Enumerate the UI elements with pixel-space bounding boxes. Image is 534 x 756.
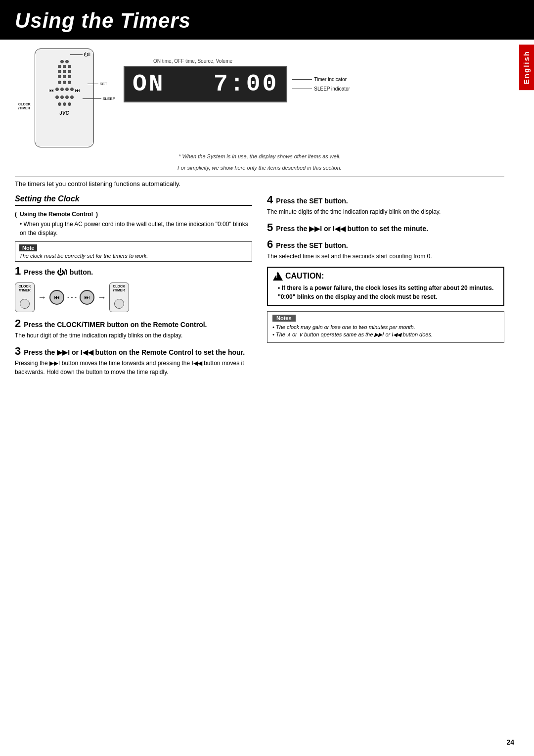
seq-prev-btn: ⏮ xyxy=(49,290,64,305)
sleep-label: SLEEP xyxy=(102,96,115,101)
seq-next-btn: ⏭ xyxy=(80,290,94,305)
two-column-layout: Setting the Clock ( Using the Remote Con… xyxy=(15,194,504,382)
seq-remote-2-label: CLOCK/TIMER xyxy=(113,284,125,292)
bullet-1: When you plug the AC power cord into the… xyxy=(20,220,252,237)
step-5: 5 Press the ▶▶I or I◀◀ button to set the… xyxy=(267,222,504,233)
step-4-body: The minute digits of the time indication… xyxy=(267,207,504,216)
step-6-body: The selected time is set and the seconds… xyxy=(267,252,504,261)
subheading-text: Using the Remote Control xyxy=(20,211,93,218)
step-6-num: 6 xyxy=(267,239,273,250)
seq-dots: - - - xyxy=(67,294,77,301)
right-column: 4 Press the SET button. The minute digit… xyxy=(267,194,504,382)
step-4: 4 Press the SET button. The minute digit… xyxy=(267,194,504,216)
display-panel: ON time, OFF time, Source, Volume ON 7:0… xyxy=(124,58,504,102)
step-3-text: Press the ▶▶I or I◀◀ button on the Remot… xyxy=(24,348,245,356)
seq-arrow-2: → xyxy=(97,292,106,303)
main-divider xyxy=(15,177,504,177)
on-display: ON xyxy=(133,71,165,97)
step-4-num: 4 xyxy=(267,194,273,205)
step-5-heading: 5 Press the ▶▶I or I◀◀ button to set the… xyxy=(267,222,504,233)
step-6-heading: 6 Press the SET button. xyxy=(267,239,504,250)
caution-label: CAUTION: xyxy=(285,272,324,281)
note-1: The clock may gain or lose one to two mi… xyxy=(272,324,499,330)
jvc-logo: JVC xyxy=(59,110,69,116)
caution-list: If there is a power failure, the clock l… xyxy=(273,284,498,301)
caution-text: If there is a power failure, the clock l… xyxy=(278,284,498,301)
step-2-heading: 2 Press the CLOCK/TIMER button on the Re… xyxy=(15,318,252,329)
page-header: Using the Timers xyxy=(0,0,534,40)
sleep-indicator-label: SLEEP indicator xyxy=(314,86,350,92)
timer-indicator-label: Timer indicator xyxy=(314,77,347,82)
seq-remote-1-label: CLOCK/TIMER xyxy=(19,284,31,292)
intro-text: The timers let you control listening fun… xyxy=(15,180,504,188)
note-label: Note xyxy=(19,244,37,251)
step-5-text: Press the ▶▶I or I◀◀ button to set the m… xyxy=(276,225,428,233)
step-1: 1 Press the ⏻/I button. xyxy=(15,266,252,277)
seq-arrow-1: → xyxy=(38,292,46,303)
remote-diagram: ⏻/I xyxy=(15,48,114,147)
step-3-body: Pressing the ▶▶I button moves the time f… xyxy=(15,359,252,377)
step-5-num: 5 xyxy=(267,222,273,233)
time-display: 7:00 xyxy=(214,71,278,97)
diagram-caption-1: * When the System is in use, the display… xyxy=(15,152,504,161)
step-4-heading: 4 Press the SET button. xyxy=(267,194,504,205)
step-3-num: 3 xyxy=(15,346,21,357)
notes-label: Notes xyxy=(272,315,296,322)
remote-buttons: SET ⏮ ⏭ xyxy=(38,60,90,116)
step-2-text: Press the CLOCK/TIMER button on the Remo… xyxy=(24,321,207,329)
step-1-num: 1 xyxy=(15,266,21,277)
seq-remote-1: CLOCK/TIMER xyxy=(15,283,35,312)
display-label: ON time, OFF time, Source, Volume xyxy=(153,58,232,64)
step-2-num: 2 xyxy=(15,318,21,329)
step-1-heading: 1 Press the ⏻/I button. xyxy=(15,266,252,277)
page-number: 24 xyxy=(506,738,514,746)
left-column: Setting the Clock ( Using the Remote Con… xyxy=(15,194,252,382)
subheading-parens-close: ) xyxy=(96,211,98,218)
diagram-section: ⏻/I xyxy=(15,48,504,147)
note-2: The ∧ or ∨ button operates same as the ▶… xyxy=(272,331,499,338)
remote-image: ⏻/I xyxy=(35,48,94,147)
step-3: 3 Press the ▶▶I or I◀◀ button on the Rem… xyxy=(15,346,252,377)
section-heading: Setting the Clock xyxy=(15,194,252,206)
notes-box: Notes The clock may gain or lose one to … xyxy=(267,311,504,343)
subheading-parens: ( xyxy=(15,211,17,218)
caution-heading: CAUTION: xyxy=(273,272,498,281)
step-2: 2 Press the CLOCK/TIMER button on the Re… xyxy=(15,318,252,340)
step-2-body: The hour digit of the time indication ra… xyxy=(15,331,252,340)
step-6: 6 Press the SET button. The selected tim… xyxy=(267,239,504,261)
step-1-text: Press the ⏻/I button. xyxy=(24,268,93,276)
set-label: SET xyxy=(99,82,107,86)
page-title: Using the Timers xyxy=(15,9,519,33)
step-6-text: Press the SET button. xyxy=(276,241,348,249)
step-4-text: Press the SET button. xyxy=(276,197,348,205)
seq-remote-2: CLOCK/TIMER xyxy=(109,283,129,312)
remote-control-subheading: ( Using the Remote Control ) xyxy=(15,211,252,218)
step-3-heading: 3 Press the ▶▶I or I◀◀ button on the Rem… xyxy=(15,346,252,357)
remote-seq-diagram: CLOCK/TIMER → ⏮ - - - ⏭ → CLOCK/TIMER xyxy=(15,283,252,312)
clock-timer-label: CLOCK/TIMER xyxy=(18,102,31,111)
diagram-caption-2: For simplicity, we show here only the it… xyxy=(15,164,504,172)
remote-bullet-list: When you plug the AC power cord into the… xyxy=(15,220,252,237)
caution-box: CAUTION: If there is a power failure, th… xyxy=(267,267,504,306)
caution-icon xyxy=(273,272,283,281)
note-text: The clock must be correctly set for the … xyxy=(19,253,248,259)
display-screen: ON 7:00 xyxy=(124,66,287,102)
power-label: ⏻/I xyxy=(84,52,90,57)
note-box: Note The clock must be correctly set for… xyxy=(15,241,252,262)
main-content: ⏻/I xyxy=(0,48,534,397)
english-tab: English xyxy=(519,45,534,90)
